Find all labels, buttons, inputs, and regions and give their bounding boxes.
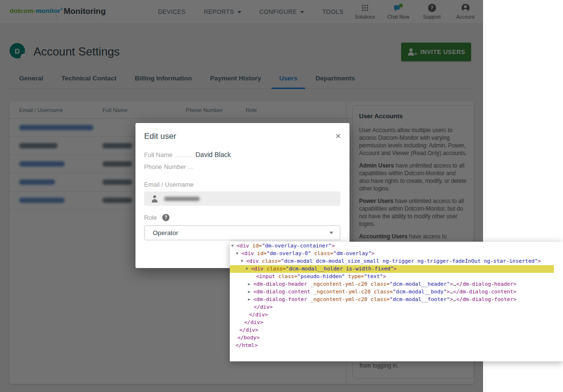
role-label: Role <box>144 214 157 221</box>
code-line[interactable]: </div> <box>230 311 563 319</box>
chevron-down-icon <box>329 232 333 234</box>
collapsed-arrow-icon[interactable]: ▶ <box>248 288 253 296</box>
collapsed-arrow-icon[interactable]: ▶ <box>248 296 253 303</box>
screenshot-stage: dotcom-monitor® Monitoring DEVICES REPOR… <box>0 0 563 392</box>
full-name-label: Full Name <box>144 151 172 158</box>
code-line[interactable]: ▶<dm-dialog-header _ngcontent-yml-c20 cl… <box>230 280 563 288</box>
code-line[interactable]: ▶<dm-dialog-footer _ngcontent-yml-c20 cl… <box>230 296 563 303</box>
redacted-username <box>164 197 200 201</box>
devtools-panel: ▼<div id="dm-overlay-container">▼<div id… <box>230 242 563 361</box>
code-line[interactable]: </div> <box>230 303 563 311</box>
expand-arrow-icon[interactable]: ▼ <box>231 242 236 250</box>
code-line[interactable]: </div> <box>230 326 563 334</box>
devtools-code: ▼<div id="dm-overlay-container">▼<div id… <box>230 242 563 349</box>
code-line[interactable]: </html> <box>230 342 563 349</box>
role-help-icon[interactable] <box>162 214 169 221</box>
expand-arrow-icon[interactable]: ▼ <box>241 258 246 265</box>
expand-arrow-icon[interactable]: ▼ <box>236 250 241 258</box>
full-name-field[interactable]: Full Name David Black <box>144 151 341 158</box>
phone-number-label: Phone Number <box>144 163 186 170</box>
modal-title: Edit user <box>144 132 176 141</box>
person-icon <box>151 195 158 202</box>
email-username-label: Email / Username <box>144 181 341 188</box>
code-line[interactable]: ▶<dm-dialog-content _ngcontent-yml-c20 c… <box>230 288 563 296</box>
code-line[interactable]: </body> <box>230 334 563 342</box>
expand-arrow-icon[interactable]: ▼ <box>246 265 251 273</box>
email-username-box <box>144 191 340 206</box>
code-line[interactable]: ▼<div id="dm-overlay-0" class="dm-overla… <box>230 250 563 258</box>
code-line-highlighted[interactable]: ▼<div class="dcm-modal__holder is-width-… <box>230 265 554 273</box>
code-line[interactable]: ▼<div id="dm-overlay-container"> <box>230 242 563 250</box>
role-selected-value: Operator <box>153 229 178 236</box>
phone-number-input-underline <box>188 163 193 169</box>
role-select[interactable]: Operator <box>144 225 340 240</box>
phone-number-field[interactable]: Phone Number <box>144 163 341 170</box>
code-line[interactable]: ▼<div class="dcm-modal dcm-modal_size_sm… <box>230 258 563 265</box>
full-name-input-underline <box>174 151 191 157</box>
close-icon[interactable]: × <box>335 132 341 140</box>
full-name-value: David Black <box>195 151 231 158</box>
code-line[interactable]: <input class="pseudo-hidden" type="text"… <box>230 273 563 280</box>
code-line[interactable]: </div> <box>230 319 563 326</box>
collapsed-arrow-icon[interactable]: ▶ <box>248 280 253 288</box>
